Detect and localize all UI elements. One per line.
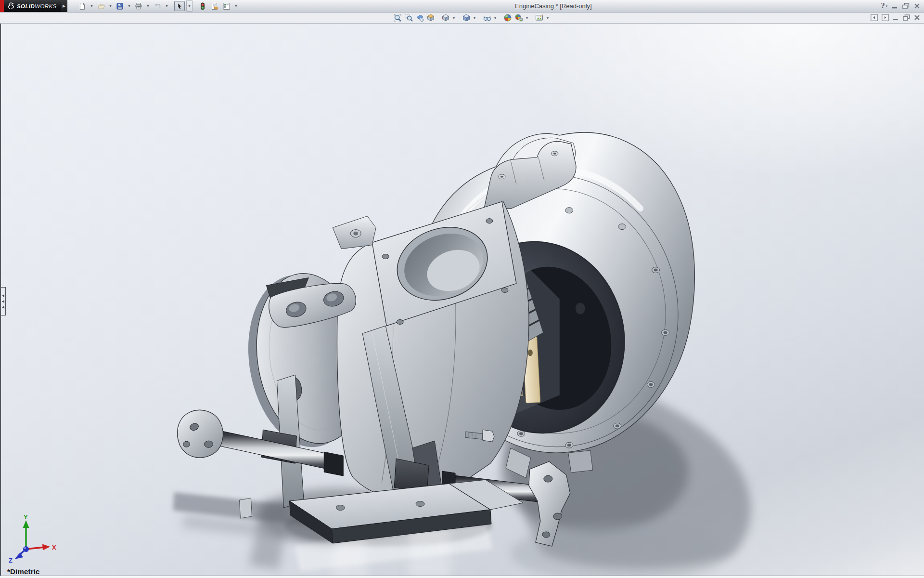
select-cursor-icon bbox=[176, 2, 183, 10]
doc-close-icon bbox=[914, 14, 920, 21]
triad-z-label: Z bbox=[9, 557, 13, 564]
print-dropdown[interactable]: ▾ bbox=[145, 1, 151, 11]
brand-text-bold: SOLID bbox=[17, 3, 35, 9]
edit-appearance-button[interactable] bbox=[502, 13, 513, 23]
solidworks-window: { "window": { "brand_bold": "SOLID", "br… bbox=[0, 0, 924, 578]
help-button[interactable]: ?▾ bbox=[881, 1, 887, 10]
solidworks-logo-mark-icon bbox=[7, 2, 15, 10]
open-dropdown[interactable]: ▾ bbox=[108, 1, 113, 11]
close-icon bbox=[914, 3, 920, 9]
menu-expand-arrow[interactable]: ▶ bbox=[61, 0, 67, 12]
doc-close-button[interactable] bbox=[914, 13, 920, 21]
hide-show-items-button[interactable] bbox=[482, 13, 492, 23]
triad-y-label: Y bbox=[24, 513, 28, 521]
reference-triad: Y X Z bbox=[6, 513, 58, 565]
collapse-arrow-icon bbox=[2, 306, 4, 309]
options-button[interactable] bbox=[221, 1, 232, 11]
view-orientation-label: *Dimetric bbox=[7, 567, 40, 576]
save-dropdown[interactable]: ▾ bbox=[127, 1, 132, 11]
feature-manager-collapsed-tab[interactable] bbox=[1, 287, 6, 315]
new-document-icon bbox=[78, 2, 86, 10]
document-window-controls bbox=[871, 13, 920, 21]
pane-right-icon bbox=[882, 14, 889, 21]
view-settings-dropdown[interactable]: ▾ bbox=[545, 13, 550, 23]
select-dropdown[interactable]: ▾ bbox=[186, 0, 192, 12]
previous-view-button[interactable] bbox=[414, 13, 424, 23]
open-icon bbox=[97, 2, 105, 10]
document-title: EngineCasing * [Read-only] bbox=[515, 2, 592, 10]
accent-red-strip bbox=[0, 0, 4, 12]
open-button[interactable] bbox=[96, 1, 106, 11]
view-settings-icon bbox=[535, 13, 544, 22]
save-icon bbox=[116, 2, 124, 10]
apply-scene-dropdown[interactable]: ▾ bbox=[525, 13, 529, 23]
collapse-arrow-icon bbox=[2, 294, 4, 297]
solidworks-brand: SOLIDWORKS bbox=[4, 0, 61, 12]
brand-text-light: WORKS bbox=[35, 3, 56, 9]
graphics-viewport[interactable]: Y X Z *Dimetric bbox=[0, 24, 924, 576]
doc-restore-button[interactable] bbox=[903, 13, 910, 21]
restore-button[interactable] bbox=[902, 1, 910, 10]
rebuild-button[interactable] bbox=[197, 1, 208, 11]
heads-up-row: ▾ ▾ ▾ bbox=[0, 13, 924, 24]
engine-casing-model[interactable] bbox=[1, 24, 924, 576]
print-icon bbox=[135, 2, 142, 10]
display-style-dropdown[interactable]: ▾ bbox=[472, 13, 477, 23]
doc-minimize-button[interactable] bbox=[893, 13, 899, 21]
print-button[interactable] bbox=[133, 1, 144, 11]
zoom-to-fit-button[interactable] bbox=[392, 13, 402, 23]
undo-icon bbox=[154, 2, 161, 10]
zoom-to-area-icon bbox=[404, 13, 413, 22]
save-button[interactable] bbox=[115, 1, 125, 11]
heads-up-view-toolbar: ▾ ▾ ▾ bbox=[392, 13, 550, 23]
collapse-arrow-icon bbox=[2, 300, 4, 303]
restore-icon bbox=[902, 3, 910, 9]
status-bar bbox=[0, 576, 924, 578]
new-document-dropdown[interactable]: ▾ bbox=[89, 1, 94, 11]
previous-view-icon bbox=[415, 13, 424, 22]
close-button[interactable] bbox=[914, 1, 920, 10]
display-style-button[interactable] bbox=[461, 13, 471, 23]
file-properties-icon bbox=[211, 2, 218, 10]
section-view-button[interactable] bbox=[425, 13, 436, 23]
view-orientation-button[interactable] bbox=[440, 13, 450, 23]
window-controls: ?▾ bbox=[881, 1, 920, 10]
options-icon bbox=[223, 2, 231, 10]
triad-x-label: X bbox=[52, 544, 56, 551]
zoom-to-area-button[interactable] bbox=[403, 13, 413, 23]
hide-show-items-dropdown[interactable]: ▾ bbox=[493, 13, 498, 23]
zoom-to-fit-icon bbox=[393, 13, 402, 22]
hide-show-glasses-icon bbox=[483, 13, 491, 22]
new-document-button[interactable] bbox=[77, 1, 88, 11]
pane-left-icon bbox=[871, 14, 878, 21]
undo-dropdown[interactable]: ▾ bbox=[164, 1, 169, 11]
view-orientation-icon bbox=[441, 13, 450, 22]
minimize-icon bbox=[892, 3, 898, 9]
view-orientation-dropdown[interactable]: ▾ bbox=[451, 13, 456, 23]
edit-appearance-sphere-icon bbox=[503, 13, 512, 22]
main-toolbar: ▾ ▾ ▾ ▾ bbox=[77, 0, 239, 12]
title-bar: SOLIDWORKS ▶ ▾ ▾ ▾ bbox=[0, 0, 924, 13]
pane-expand-right-button[interactable] bbox=[882, 13, 889, 21]
select-button[interactable] bbox=[174, 1, 185, 11]
doc-restore-icon bbox=[903, 14, 910, 21]
rebuild-traffic-light-icon bbox=[199, 2, 206, 10]
help-dropdown-icon: ▾ bbox=[886, 4, 887, 8]
minimize-button[interactable] bbox=[892, 1, 898, 10]
pane-collapse-left-button[interactable] bbox=[871, 13, 878, 21]
file-properties-button[interactable] bbox=[209, 1, 220, 11]
view-settings-button[interactable] bbox=[534, 13, 544, 23]
display-style-icon bbox=[462, 13, 471, 22]
options-dropdown[interactable]: ▾ bbox=[233, 1, 239, 11]
undo-button[interactable] bbox=[152, 1, 163, 11]
doc-minimize-icon bbox=[893, 14, 899, 21]
section-view-icon bbox=[426, 13, 435, 22]
apply-scene-button[interactable] bbox=[513, 13, 524, 23]
apply-scene-icon bbox=[514, 13, 523, 22]
